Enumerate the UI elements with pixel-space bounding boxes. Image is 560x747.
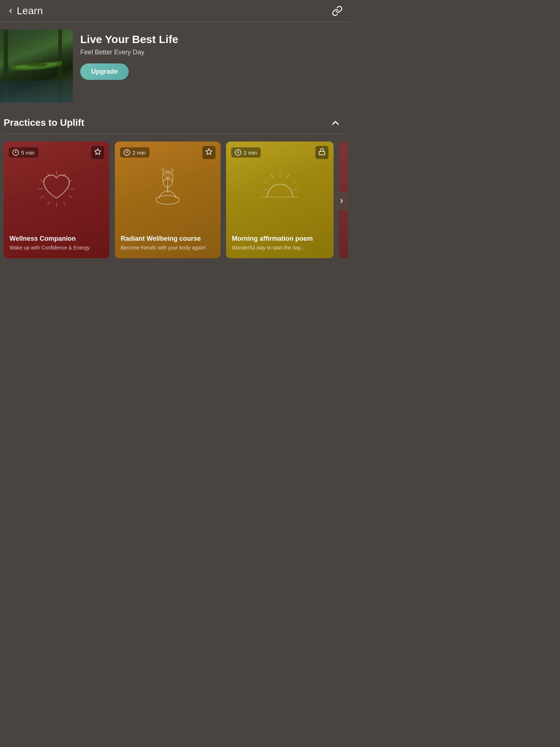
clock-icon-2 [124,149,130,156]
card-title-3: Morning affirmation poem [232,235,328,243]
svg-point-17 [162,169,164,171]
section-title: Practices to Uplift [4,117,84,128]
upgrade-button[interactable]: Upgrade [80,63,129,80]
svg-line-6 [63,201,66,205]
card-morning-affirmation[interactable]: 2 min [226,142,334,258]
svg-rect-19 [319,151,325,155]
card-top-bar-1: 5 min [4,142,109,163]
card-radiant-wellbeing[interactable]: 2 min [115,142,221,258]
card-time-3: 2 min [231,147,261,158]
hero-title: Live Your Best Life [80,33,343,46]
card-duration-1: 5 min [21,150,35,156]
heart-radiant-icon [35,167,78,211]
card-duration-3: 2 min [244,150,257,156]
card-time-1: 5 min [9,147,38,158]
practices-section: Practices to Uplift 5 min [0,106,350,262]
sun-icon [258,171,302,207]
svg-line-5 [69,196,73,198]
collapse-button[interactable] [330,117,341,128]
card-icon-area-3 [226,163,334,214]
share-button[interactable] [332,5,343,16]
svg-line-21 [287,174,289,178]
card-content-2: Radiant Wellbeing course Become friends … [115,230,221,258]
card-icon-area-1 [4,163,109,214]
cards-wrapper: 5 min [2,140,348,262]
header-left: Learn [7,5,43,17]
svg-line-25 [264,181,268,183]
card-content-1: Wellness Companion Wake up with Confiden… [4,230,109,258]
svg-line-8 [47,201,50,205]
back-button[interactable]: Learn [7,5,43,17]
next-arrow-button[interactable] [335,192,348,210]
card-title-1: Wellness Companion [9,235,104,243]
card-desc-3: Wonderful way to start the day... [232,244,328,252]
chevron-up-icon [330,117,341,128]
card-desc-2: Become friends with your body again! [121,244,215,252]
svg-marker-13 [206,149,212,155]
card-desc-1: Wake up with Confidence & Energy [9,244,104,252]
card-wellness-companion[interactable]: 5 min [4,142,109,258]
svg-line-22 [292,181,296,183]
header: Learn [0,0,350,22]
hero-text: Live Your Best Life Feel Better Every Da… [80,30,343,80]
svg-marker-0 [95,149,101,155]
card-top-bar-3: 2 min [226,142,334,163]
card-top-bar-2: 2 min [115,142,221,163]
card-lock-button-3[interactable] [315,146,328,159]
cards-row: 5 min [2,140,348,262]
card-icon-area-2 [115,163,221,214]
card-content-3: Morning affirmation poem Wonderful way t… [226,230,334,258]
card-duration-2: 2 min [132,150,146,156]
hero-image [0,30,73,102]
svg-line-9 [40,196,44,198]
lock-icon-3 [318,148,326,155]
hero-section: Live Your Best Life Feel Better Every Da… [0,22,350,106]
card-star-button-1[interactable] [91,146,104,159]
meditation-icon [148,165,188,213]
chevron-right-icon [338,198,345,204]
card-star-button-2[interactable] [202,146,215,159]
back-label: Learn [17,5,43,17]
svg-point-18 [171,169,174,171]
svg-line-24 [271,174,273,178]
card-title-2: Radiant Wellbeing course [121,235,215,243]
share-link-icon [332,5,343,16]
clock-icon-3 [235,149,241,156]
card-time-2: 2 min [120,147,149,158]
star-icon-1 [94,148,101,155]
star-icon-2 [205,148,213,155]
section-header: Practices to Uplift [2,110,348,134]
hero-subtitle: Feel Better Every Day [80,49,343,56]
clock-icon-1 [12,149,19,156]
chevron-left-icon [7,8,14,14]
